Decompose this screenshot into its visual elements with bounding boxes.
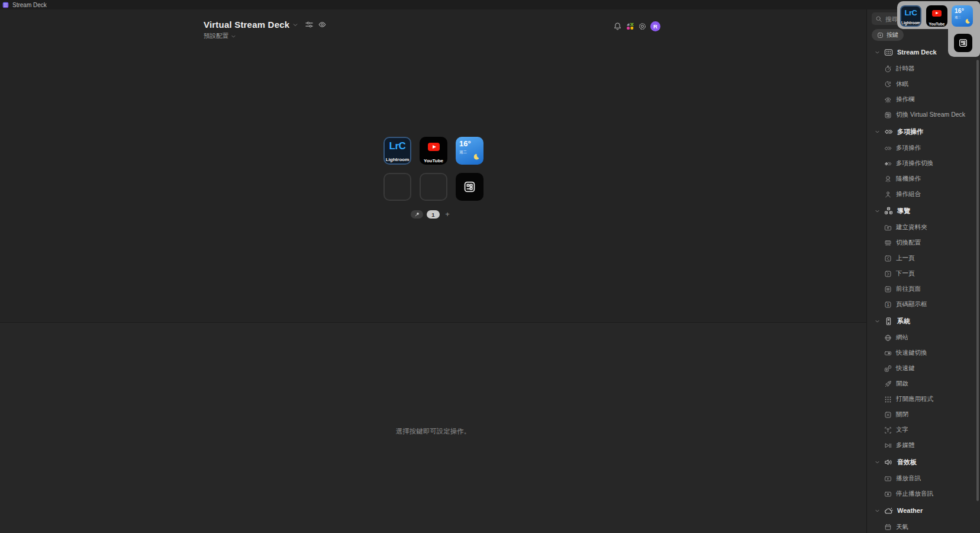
chevron-down-icon (875, 129, 880, 134)
action-item[interactable]: 天氣 (867, 519, 980, 533)
action-item[interactable]: 播放音訊 (867, 471, 980, 486)
action-item-label: 播放音訊 (896, 474, 921, 483)
settings-gear-icon[interactable] (638, 22, 647, 31)
window-title: Stream Deck (12, 2, 47, 8)
add-page-button[interactable]: + (443, 210, 452, 219)
multi-action-icon (884, 145, 892, 152)
action-item[interactable]: 操作欄 (867, 92, 980, 107)
key-switch-virtual-stream-deck[interactable] (954, 34, 972, 52)
action-item[interactable]: 多媒體 (867, 438, 980, 453)
category-label: Stream Deck (897, 49, 937, 56)
account-avatar[interactable]: R (650, 21, 660, 31)
configure-deck-icon[interactable] (305, 20, 314, 29)
action-item-label: 上一頁 (896, 254, 915, 262)
action-item-label: 建立資料夾 (896, 223, 927, 232)
category-label: 多項操作 (897, 127, 923, 136)
key-switch-virtual-stream-deck[interactable] (456, 173, 483, 201)
weather-day: 週二 (459, 150, 467, 155)
action-item[interactable]: 網站 (867, 330, 980, 345)
key-weather[interactable]: 16°週二 (456, 137, 483, 165)
action-item[interactable]: 停止播放音訊 (867, 486, 980, 502)
action-bar-icon (884, 96, 892, 104)
chevron-down-icon (875, 508, 880, 513)
key-empty[interactable] (420, 173, 447, 201)
profile-chevron-down-icon[interactable] (292, 22, 298, 28)
pin-page-button[interactable] (411, 210, 423, 219)
action-item[interactable]: 切換配置 (867, 235, 980, 251)
category-system[interactable]: 系統 (867, 312, 980, 330)
action-item[interactable]: 開啟 (867, 376, 980, 391)
action-item-label: 多項操作 (896, 144, 921, 152)
action-item-label: 切換配置 (896, 239, 921, 247)
filter-chip-keys[interactable]: 按鍵 (872, 29, 904, 41)
category-navigation[interactable]: 導覽 (867, 202, 980, 220)
empty-state-hint: 選擇按鍵即可設定操作。 (0, 427, 866, 436)
stream-deck-logo-icon (2, 2, 9, 8)
crescent-moon-icon (473, 153, 481, 160)
preview-eye-icon[interactable] (318, 20, 327, 29)
profile-name[interactable]: Virtual Stream Deck (204, 20, 289, 30)
key-weather[interactable]: 16°週二 (952, 5, 973, 27)
action-item-label: 停止播放音訊 (896, 490, 933, 498)
action-item[interactable]: 快速鍵切換 (867, 345, 980, 361)
action-item[interactable]: 前往頁面 (867, 281, 980, 297)
prev-page-icon (884, 255, 892, 262)
action-item[interactable]: 打開應用程式 (867, 391, 980, 407)
youtube-play-icon (932, 10, 942, 17)
action-item[interactable]: 快速鍵 (867, 361, 980, 376)
page-1-button[interactable]: 1 (427, 210, 440, 219)
page-bar: 1 + (411, 210, 452, 219)
key-youtube[interactable]: YouTube (926, 5, 947, 27)
profile-config-label: 預設配置 (204, 32, 228, 40)
soundboard-icon (884, 458, 893, 467)
action-item[interactable]: 休眠 (867, 76, 980, 92)
key-youtube[interactable]: YouTube (420, 137, 447, 165)
switch-profile-icon (884, 239, 892, 247)
marketplace-icon[interactable] (626, 22, 634, 31)
profile-config-selector[interactable]: 預設配置 (204, 32, 327, 40)
action-item[interactable]: 文字 (867, 422, 980, 438)
action-item-label: 網站 (896, 333, 908, 342)
action-item[interactable]: 多項操作 (867, 140, 980, 156)
config-chevron-down-icon (231, 34, 236, 39)
next-page-icon (884, 270, 892, 278)
play-audio-icon (884, 475, 892, 483)
action-item[interactable]: 1頁碼顯示框 (867, 297, 980, 312)
category-label: 音效板 (897, 458, 917, 467)
goto-page-icon (884, 285, 892, 293)
action-item[interactable]: 多項操作切換 (867, 156, 980, 171)
action-item-label: 操作組合 (896, 190, 921, 198)
key-lightroom[interactable]: LrCLightroom (383, 137, 411, 165)
action-item-label: 切換 Virtual Stream Deck (896, 111, 965, 119)
weather-action-icon (884, 524, 892, 531)
switch-vsd-icon (884, 111, 892, 119)
action-item[interactable]: 計時器 (867, 61, 980, 76)
canvas-area: Virtual Stream Deck 預設配置 R LrCLightroomY… (0, 9, 866, 533)
sidebar-scrollbar[interactable] (976, 60, 979, 501)
lightroom-logo-text: LrC (385, 140, 410, 152)
switch-vsd-icon (958, 38, 968, 48)
hotkey-icon (884, 365, 892, 373)
category-weather[interactable]: Weather (867, 502, 980, 519)
notifications-bell-icon[interactable] (613, 22, 622, 31)
action-item[interactable]: 關閉 (867, 407, 980, 422)
action-item[interactable]: 上一頁 (867, 251, 980, 266)
multi-action-icon (884, 127, 893, 136)
action-item[interactable]: 隨機操作 (867, 171, 980, 187)
key-chip-icon (877, 32, 884, 38)
key-lightroom[interactable]: LrCLightroom (900, 5, 921, 27)
switch-vsd-icon (463, 180, 476, 194)
action-item-label: 快速鍵 (896, 364, 915, 373)
action-item[interactable]: 建立資料夾 (867, 220, 980, 235)
action-item[interactable]: 切換 Virtual Stream Deck (867, 107, 980, 123)
sleep-icon (884, 81, 892, 88)
website-icon (884, 334, 892, 342)
pin-icon (414, 211, 420, 217)
action-item[interactable]: 操作組合 (867, 187, 980, 202)
category-multi-action[interactable]: 多項操作 (867, 123, 980, 140)
category-soundboard[interactable]: 音效板 (867, 453, 980, 471)
action-combo-icon (884, 191, 892, 198)
key-empty[interactable] (383, 173, 411, 201)
action-item[interactable]: 下一頁 (867, 266, 980, 281)
filter-chip-label: 按鍵 (886, 31, 898, 39)
